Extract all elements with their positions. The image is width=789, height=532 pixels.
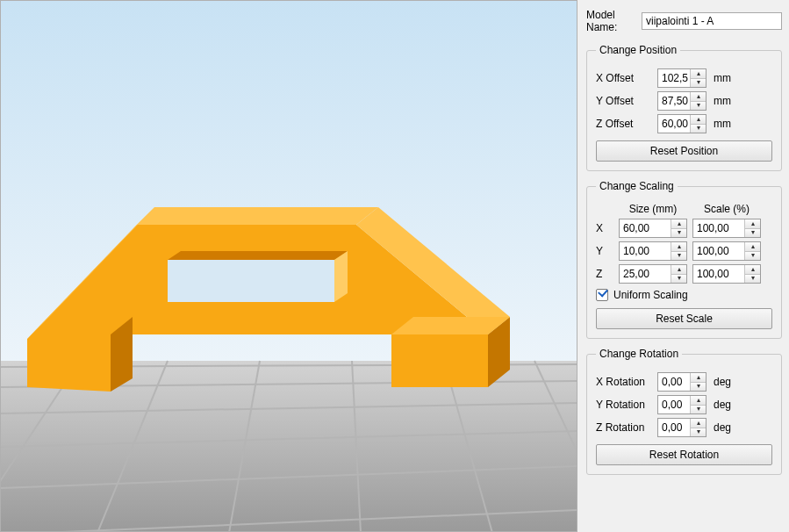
model-name-row: Model Name: xyxy=(586,7,782,35)
y-rotation-label: Y Rotation xyxy=(596,399,652,411)
scale-z-label: Z xyxy=(596,268,613,280)
z-offset-input[interactable] xyxy=(658,115,690,133)
spinner-up-icon[interactable]: ▴ xyxy=(691,92,706,102)
scale-y-spinner[interactable]: ▴ ▾ xyxy=(692,241,761,261)
spinner-down-icon[interactable]: ▾ xyxy=(745,252,760,261)
y-offset-input[interactable] xyxy=(658,92,690,110)
size-y-input[interactable] xyxy=(620,242,671,260)
spinner-up-icon[interactable]: ▴ xyxy=(691,419,706,428)
spinner-up-icon[interactable]: ▴ xyxy=(745,265,760,275)
z-offset-label: Z Offset xyxy=(596,118,652,130)
uniform-scaling-checkbox[interactable] xyxy=(596,289,608,301)
size-y-spinner[interactable]: ▴ ▾ xyxy=(619,241,687,261)
scale-x-input[interactable] xyxy=(693,219,744,237)
svg-marker-26 xyxy=(334,251,348,302)
scale-x-label: X xyxy=(596,222,613,234)
spinner-up-icon[interactable]: ▴ xyxy=(691,115,706,125)
change-position-legend: Change Position xyxy=(596,44,680,56)
z-rotation-label: Z Rotation xyxy=(596,421,652,434)
uniform-scaling-label: Uniform Scaling xyxy=(613,289,688,301)
spinner-down-icon[interactable]: ▾ xyxy=(691,406,706,414)
spinner-down-icon[interactable]: ▾ xyxy=(691,383,706,392)
y-rotation-input[interactable] xyxy=(658,396,690,413)
size-x-input[interactable] xyxy=(620,219,671,237)
scale-y-label: Y xyxy=(596,245,613,257)
size-x-spinner[interactable]: ▴ ▾ xyxy=(619,219,687,238)
y-offset-spinner[interactable]: ▴ ▾ xyxy=(657,91,707,111)
spinner-up-icon[interactable]: ▴ xyxy=(745,219,760,229)
properties-panel: Model Name: Change Position X Offset ▴ ▾… xyxy=(577,0,789,532)
svg-marker-25 xyxy=(168,251,348,260)
spinner-up-icon[interactable]: ▴ xyxy=(671,219,686,229)
change-scaling-group: Change Scaling Size (mm) Scale (%) X ▴ ▾… xyxy=(586,180,782,339)
viewport-3d[interactable] xyxy=(0,0,577,532)
spinner-down-icon[interactable]: ▾ xyxy=(671,229,686,238)
size-header: Size (mm) xyxy=(619,203,687,215)
model-name-label: Model Name: xyxy=(586,9,636,33)
spinner-up-icon[interactable]: ▴ xyxy=(671,242,686,252)
spinner-down-icon[interactable]: ▾ xyxy=(691,125,706,133)
reset-rotation-button[interactable]: Reset Rotation xyxy=(596,444,772,465)
size-z-spinner[interactable]: ▴ ▾ xyxy=(619,264,687,284)
spinner-up-icon[interactable]: ▴ xyxy=(691,373,706,383)
spinner-up-icon[interactable]: ▴ xyxy=(745,242,760,252)
spinner-down-icon[interactable]: ▾ xyxy=(691,102,706,111)
y-rotation-unit: deg xyxy=(714,399,738,411)
spinner-down-icon[interactable]: ▾ xyxy=(691,79,706,88)
spinner-down-icon[interactable]: ▾ xyxy=(671,252,686,261)
x-offset-input[interactable] xyxy=(658,69,690,87)
reset-scale-button[interactable]: Reset Scale xyxy=(596,308,772,329)
x-rotation-label: X Rotation xyxy=(596,376,652,388)
change-rotation-group: Change Rotation X Rotation ▴ ▾ deg Y Rot… xyxy=(586,348,782,475)
z-rotation-unit: deg xyxy=(714,421,738,434)
scale-x-spinner[interactable]: ▴ ▾ xyxy=(692,219,761,238)
spinner-down-icon[interactable]: ▾ xyxy=(745,229,760,238)
svg-marker-15 xyxy=(137,207,378,225)
reset-position-button[interactable]: Reset Position xyxy=(596,140,772,162)
y-offset-unit: mm xyxy=(714,95,738,107)
size-z-input[interactable] xyxy=(620,265,671,283)
spinner-down-icon[interactable]: ▾ xyxy=(671,275,686,284)
z-offset-spinner[interactable]: ▴ ▾ xyxy=(657,114,707,133)
x-offset-label: X Offset xyxy=(596,72,652,84)
change-rotation-legend: Change Rotation xyxy=(596,348,682,360)
change-position-group: Change Position X Offset ▴ ▾ mm Y Offset… xyxy=(586,44,782,171)
scale-header: Scale (%) xyxy=(692,203,761,215)
scale-z-input[interactable] xyxy=(693,265,744,283)
spinner-up-icon[interactable]: ▴ xyxy=(671,265,686,275)
scale-y-input[interactable] xyxy=(693,242,744,260)
x-offset-unit: mm xyxy=(714,72,738,84)
model-name-input[interactable] xyxy=(642,12,782,30)
y-offset-label: Y Offset xyxy=(596,95,652,107)
change-scaling-legend: Change Scaling xyxy=(596,180,678,192)
x-rotation-input[interactable] xyxy=(658,373,690,391)
x-rotation-unit: deg xyxy=(714,376,738,388)
scale-z-spinner[interactable]: ▴ ▾ xyxy=(692,264,761,284)
spinner-down-icon[interactable]: ▾ xyxy=(691,428,706,437)
x-offset-spinner[interactable]: ▴ ▾ xyxy=(657,68,707,88)
spinner-down-icon[interactable]: ▾ xyxy=(745,275,760,284)
z-rotation-input[interactable] xyxy=(658,419,690,436)
spinner-up-icon[interactable]: ▴ xyxy=(691,69,706,79)
svg-marker-24 xyxy=(168,260,334,302)
z-offset-unit: mm xyxy=(714,118,738,130)
z-rotation-spinner[interactable]: ▴ ▾ xyxy=(657,418,707,437)
x-rotation-spinner[interactable]: ▴ ▾ xyxy=(657,372,707,392)
spinner-up-icon[interactable]: ▴ xyxy=(691,396,706,406)
y-rotation-spinner[interactable]: ▴ ▾ xyxy=(657,395,707,414)
